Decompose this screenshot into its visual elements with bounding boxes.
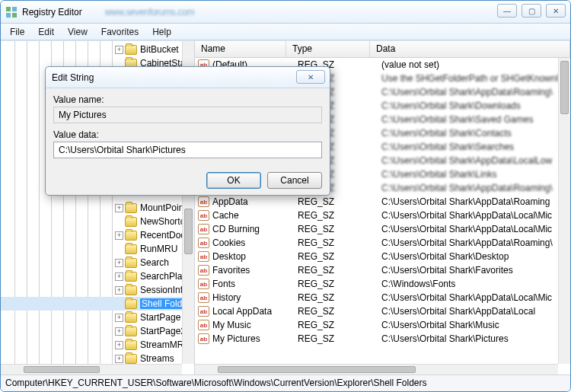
titlebar: Registry Editor www.sevenforums.com — ▢ … (1, 1, 570, 24)
menu-file[interactable]: File (4, 25, 30, 39)
tree-item-label: Search (140, 257, 169, 268)
value-name-label: Value name: (53, 94, 322, 105)
cell-name: Cookies (212, 237, 298, 248)
menu-help[interactable]: Help (146, 25, 177, 39)
folder-icon (125, 203, 137, 213)
cell-data: C:\Windows\Fonts (381, 279, 558, 289)
list-scrollbar-thumb-horizontal[interactable] (218, 366, 416, 373)
dialog-titlebar[interactable]: Edit String ✕ (46, 67, 330, 88)
tree-expander-icon[interactable]: + (115, 259, 123, 267)
menu-view[interactable]: View (62, 25, 94, 39)
dialog-title: Edit String (52, 72, 94, 83)
tree-item[interactable]: +StreamMRl (1, 338, 194, 352)
cell-type: REG_SZ (298, 224, 381, 234)
cell-data: C:\Users\Orbital Shark\AppData\Roaming (381, 196, 558, 207)
cell-name: Desktop (212, 251, 298, 262)
list-row[interactable]: abMy MusicREG_SZC:\Users\Orbital Shark\M… (195, 318, 558, 332)
tree-item[interactable]: +SearchPlatf (1, 269, 194, 283)
minimize-button[interactable]: — (497, 4, 517, 18)
cell-data: C:\Users\Orbital Shark\Favorites (381, 265, 558, 276)
statusbar: Computer\HKEY_CURRENT_USER\Software\Micr… (1, 374, 570, 391)
tree-item-label: Streams (140, 353, 174, 364)
col-header-data[interactable]: Data (370, 41, 570, 57)
tree-expander-icon[interactable]: + (115, 286, 123, 295)
tree-item[interactable]: NewShortc (1, 215, 194, 228)
col-header-type[interactable]: Type (286, 41, 370, 57)
tree-item[interactable]: +Search (1, 256, 194, 269)
cell-data: C:\Users\Orbital Shark\AppData\LocalLow (381, 155, 558, 166)
tree-item[interactable]: +SessionInfc (1, 283, 194, 297)
list-scrollbar-vertical[interactable] (558, 58, 570, 364)
dialog-body: Value name: My Pictures Value data: (46, 88, 330, 163)
list-row[interactable]: abDesktopREG_SZC:\Users\Orbital Shark\De… (195, 250, 558, 263)
cell-data: (value not set) (381, 59, 558, 70)
cancel-button[interactable]: Cancel (267, 172, 322, 189)
cell-name: My Music (212, 320, 298, 330)
tree-item[interactable]: +StartPage2 (1, 324, 194, 338)
menu-edit[interactable]: Edit (32, 25, 60, 39)
dialog-buttons: OK Cancel (206, 172, 322, 189)
cell-type: REG_SZ (298, 210, 381, 221)
string-value-icon: ab (198, 237, 209, 248)
string-value-icon: ab (198, 333, 209, 344)
list-row[interactable]: abCD BurningREG_SZC:\Users\Orbital Shark… (195, 222, 558, 236)
tree-item[interactable]: RunMRU (1, 242, 194, 256)
cell-type: REG_SZ (298, 320, 381, 330)
tree-expander-icon[interactable]: + (115, 341, 123, 349)
cell-name: Favorites (212, 265, 298, 276)
tree-scrollbar-horizontal[interactable] (1, 364, 182, 374)
cell-name: CD Burning (212, 224, 298, 234)
cell-type: REG_SZ (298, 265, 381, 276)
tree-expander-icon[interactable]: + (115, 327, 123, 336)
tree-item[interactable]: Shell Folde (1, 297, 194, 311)
tree-expander-icon[interactable]: + (115, 314, 123, 322)
window-title: Registry Editor (22, 7, 82, 18)
svg-rect-1 (12, 7, 17, 11)
list-row[interactable]: abFontsREG_SZC:\Windows\Fonts (195, 277, 558, 291)
close-button[interactable]: ✕ (546, 4, 566, 18)
tree-expander-icon[interactable]: + (115, 355, 123, 363)
list-row[interactable]: abHistoryREG_SZC:\Users\Orbital Shark\Ap… (195, 291, 558, 304)
list-scrollbar-horizontal[interactable] (195, 364, 558, 374)
list-row[interactable]: abFavoritesREG_SZC:\Users\Orbital Shark\… (195, 263, 558, 277)
tree-item[interactable]: +StartPage (1, 311, 194, 324)
cell-type: REG_SZ (298, 251, 381, 262)
list-row[interactable]: abMy PicturesREG_SZC:\Users\Orbital Shar… (195, 332, 558, 346)
list-row[interactable]: abLocal AppDataREG_SZC:\Users\Orbital Sh… (195, 304, 558, 318)
svg-rect-3 (12, 13, 17, 18)
value-data-label: Value data: (53, 129, 322, 140)
menu-favorites[interactable]: Favorites (95, 25, 145, 39)
dialog-close-button[interactable]: ✕ (296, 70, 325, 84)
tree-expander-icon[interactable]: + (115, 204, 123, 212)
cell-data: C:\Users\Orbital Shark\AppData\Roaming\ (381, 183, 558, 193)
tree-expander-icon[interactable]: + (115, 46, 123, 54)
tree-expander-icon[interactable]: + (115, 272, 123, 281)
tree-expander-icon[interactable]: + (115, 231, 123, 240)
col-header-name[interactable]: Name (195, 41, 286, 57)
cell-name: Fonts (212, 279, 298, 289)
string-value-icon: ab (198, 224, 209, 234)
maximize-button[interactable]: ▢ (522, 4, 541, 18)
cell-data: C:\Users\Orbital Shark\AppData\Roaming\ (381, 87, 558, 97)
cell-type: REG_SZ (298, 306, 381, 317)
folder-icon (125, 285, 137, 295)
cell-data: C:\Users\Orbital Shark\Pictures (381, 333, 558, 344)
tree-item[interactable]: +BitBucket (1, 43, 194, 56)
string-value-icon: ab (198, 320, 209, 330)
cell-name: AppData (212, 196, 298, 207)
cell-data: C:\Users\Orbital Shark\Desktop (381, 251, 558, 262)
tree-scrollbar-thumb-vertical[interactable] (184, 209, 193, 254)
svg-rect-2 (6, 13, 11, 18)
ok-button[interactable]: OK (206, 172, 261, 189)
list-scrollbar-thumb-vertical[interactable] (560, 61, 569, 114)
list-row[interactable]: abCookiesREG_SZC:\Users\Orbital Shark\Ap… (195, 236, 558, 250)
tree-item[interactable]: +MountPoir (1, 201, 194, 215)
tree-item[interactable]: +Streams (1, 352, 194, 364)
value-data-input[interactable] (53, 142, 322, 158)
list-row[interactable]: abAppDataREG_SZC:\Users\Orbital Shark\Ap… (195, 195, 558, 209)
tree-scrollbar-thumb-horizontal[interactable] (24, 366, 100, 373)
list-row[interactable]: abCacheREG_SZC:\Users\Orbital Shark\AppD… (195, 209, 558, 222)
cell-type: REG_SZ (298, 333, 381, 344)
cell-data: C:\Users\Orbital Shark\Saved Games (381, 114, 558, 125)
tree-item[interactable]: +RecentDoc (1, 228, 194, 242)
